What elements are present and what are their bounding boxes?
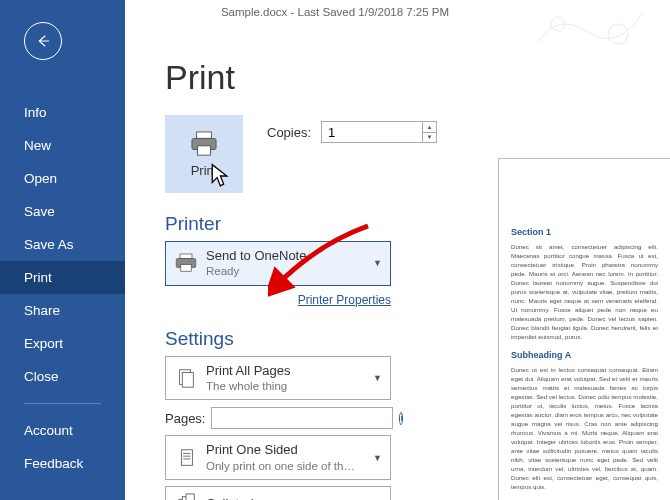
svg-rect-11 [181, 449, 192, 465]
pages-info-icon[interactable]: i [399, 412, 403, 425]
svg-rect-4 [198, 145, 211, 154]
page-title: Print [165, 58, 642, 97]
preview-para-2: Donec ut est in lectus consequat consequ… [511, 366, 658, 492]
preview-heading-2: Subheading A [511, 350, 658, 360]
preview-para-1: Donec sit amet, consectetuer adipiscing … [511, 243, 658, 342]
printer-device-icon [174, 252, 198, 274]
chevron-down-icon: ▼ [369, 453, 386, 463]
svg-rect-8 [181, 265, 192, 272]
copies-label: Copies: [267, 125, 311, 140]
settings-section-title: Settings [165, 328, 234, 350]
nav-list: Info New Open Save Save As Print Share E… [0, 96, 125, 480]
nav-save[interactable]: Save [0, 195, 125, 228]
backstage-sidebar: Info New Open Save Save As Print Share E… [0, 0, 125, 500]
collated-icon [174, 493, 198, 500]
print-button[interactable]: Print [165, 115, 243, 193]
nav-feedback[interactable]: Feedback [0, 447, 125, 480]
nav-close[interactable]: Close [0, 360, 125, 393]
printer-dropdown[interactable]: Send to OneNote Ready ▼ [165, 241, 391, 286]
chevron-down-icon: ▼ [369, 258, 386, 268]
cursor-icon [207, 163, 237, 189]
nav-save-as[interactable]: Save As [0, 228, 125, 261]
copies-input[interactable] [322, 122, 422, 142]
svg-rect-17 [186, 494, 194, 500]
preview-heading-1: Section 1 [511, 227, 658, 237]
page-side-icon [174, 447, 198, 469]
nav-share[interactable]: Share [0, 294, 125, 327]
nav-account[interactable]: Account [0, 414, 125, 447]
svg-point-5 [211, 140, 213, 142]
pages-label: Pages: [165, 411, 205, 426]
nav-export[interactable]: Export [0, 327, 125, 360]
printer-status: Ready [206, 264, 361, 278]
collation-dropdown[interactable]: Collated ▼ [165, 486, 391, 500]
copies-spinner[interactable]: ▲ ▼ [321, 121, 437, 143]
copies-down-icon[interactable]: ▼ [423, 133, 436, 143]
copies-up-icon[interactable]: ▲ [423, 122, 436, 133]
pages-input[interactable] [211, 407, 393, 429]
svg-rect-10 [182, 372, 193, 387]
printer-name: Send to OneNote [206, 248, 361, 264]
nav-info[interactable]: Info [0, 96, 125, 129]
nav-print[interactable]: Print [0, 261, 125, 294]
printer-icon [189, 131, 219, 157]
printer-properties-link[interactable]: Printer Properties [298, 293, 391, 307]
printer-section-title: Printer [165, 213, 221, 235]
back-arrow-icon [34, 32, 52, 50]
print-preview: Section 1 Donec sit amet, consectetuer a… [498, 158, 670, 500]
svg-rect-6 [180, 254, 192, 259]
back-button[interactable] [24, 22, 62, 60]
chevron-down-icon: ▼ [369, 373, 386, 383]
pages-icon [174, 367, 198, 389]
svg-rect-2 [197, 131, 212, 138]
nav-separator [24, 403, 101, 404]
print-range-dropdown[interactable]: Print All Pages The whole thing ▼ [165, 356, 391, 401]
sides-dropdown[interactable]: Print One Sided Only print on one side o… [165, 435, 391, 480]
nav-open[interactable]: Open [0, 162, 125, 195]
nav-new[interactable]: New [0, 129, 125, 162]
